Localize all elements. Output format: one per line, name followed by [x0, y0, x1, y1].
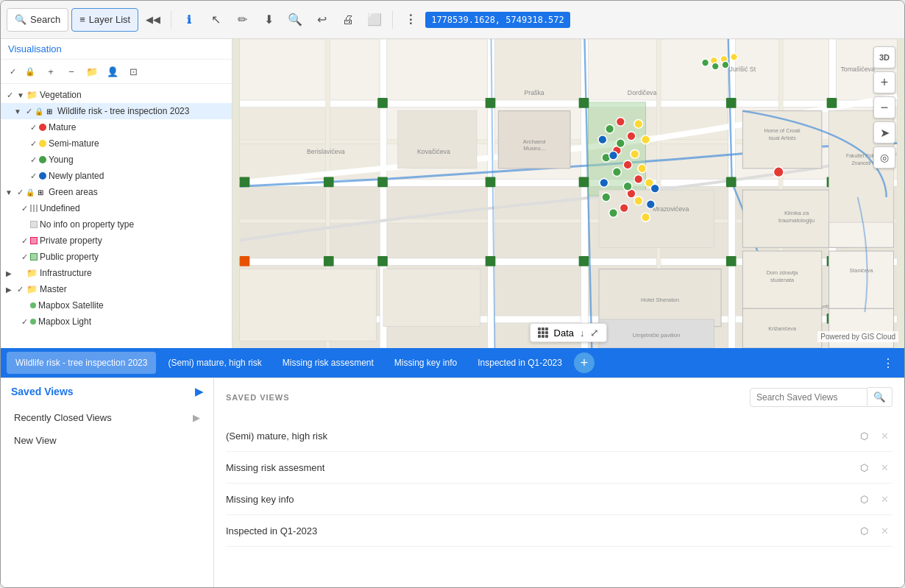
saved-views-title[interactable]: Saved Views ▶ — [11, 386, 203, 397]
svg-point-99 — [620, 204, 628, 213]
tab-inspected[interactable]: Inspected in Q1-2023 — [469, 352, 571, 374]
left-panel: Visualisation ✓ 🔒 + − 📁 👤 ⊡ ✓ ▼ 📁 Vegeta… — [1, 39, 233, 348]
new-view-item[interactable]: New View — [11, 429, 203, 452]
layer-item-newly-planted[interactable]: ✓ Newly planted — [1, 168, 232, 184]
grid-view-icon[interactable] — [538, 327, 548, 338]
saved-views-search-input[interactable] — [750, 388, 867, 407]
layer-item-vegetation[interactable]: ✓ ▼ 📁 Vegetation — [1, 87, 232, 103]
zoom-area-button[interactable]: 🔍 — [283, 8, 307, 32]
label-private: Private property — [38, 235, 227, 246]
users-btn[interactable]: 👤 — [104, 63, 121, 80]
layer-item-semi-mature[interactable]: ✓ Semi-mature — [1, 135, 232, 152]
saved-view-label-inspected: Inspected in Q1-2023 — [226, 525, 856, 536]
tab-semi-mature[interactable]: (Semi) mature, high risk — [159, 352, 270, 374]
delete-view-missing-risk-btn[interactable]: ✕ — [876, 459, 892, 475]
layer-item-infrastructure[interactable]: ▶ ✓ 📁 Infrastructure — [1, 265, 232, 281]
locate-me-button[interactable]: ◎ — [873, 146, 895, 169]
expand-map-icon[interactable]: ⤢ — [590, 327, 599, 339]
layer-item-green-areas[interactable]: ▼ ✓ 🔒 ⊞ Green areas — [1, 184, 232, 200]
saved-views-search-button[interactable]: 🔍 — [867, 387, 892, 407]
check-mapbox-light[interactable]: ✓ — [18, 316, 30, 327]
zoom-out-button[interactable]: − — [873, 96, 895, 118]
check-green-areas[interactable]: ✓ — [14, 186, 26, 198]
delete-view-inspected-btn[interactable]: ✕ — [876, 523, 892, 539]
open-view-missing-risk-btn[interactable]: ⬡ — [856, 459, 872, 475]
open-view-missing-key-btn[interactable]: ⬡ — [856, 491, 872, 507]
expand-wildlife[interactable]: ▼ — [13, 106, 23, 116]
tab-wildlife[interactable]: Wildlife risk - tree inspection 2023 — [7, 352, 156, 374]
layer-item-mapbox-satellite[interactable]: ✓ Mapbox Satellite — [1, 297, 232, 314]
separator-2 — [392, 11, 393, 29]
saved-view-actions-missing-risk: ⬡ ✕ — [856, 459, 892, 475]
tab-missing-key[interactable]: Missing key info — [386, 352, 466, 374]
check-private[interactable]: ✓ — [18, 235, 30, 247]
check-young[interactable]: ✓ — [27, 154, 39, 166]
check-mature[interactable]: ✓ — [27, 121, 39, 133]
more-tools-button[interactable]: ⋮ — [399, 8, 422, 32]
layer-item-mature[interactable]: ✓ Mature — [1, 119, 232, 135]
map-container[interactable]: Praška Dordičeva Jurišić St Tomašićeva B… — [233, 39, 904, 348]
remove-layer-btn[interactable]: − — [63, 63, 80, 80]
svg-rect-39 — [827, 98, 837, 108]
layer-item-master[interactable]: ▶ ✓ 📁 Master — [1, 281, 232, 297]
layer-item-no-info[interactable]: ✓ No info on property type — [1, 216, 232, 233]
open-view-inspected-btn[interactable]: ⬡ — [856, 523, 872, 539]
saved-view-row-missing-key[interactable]: Missing key info ⬡ ✕ — [226, 483, 892, 515]
expand-infrastructure[interactable]: ▶ — [4, 268, 14, 278]
info-button[interactable]: ℹ — [177, 8, 201, 32]
search-button[interactable]: 🔍 Search — [7, 8, 68, 32]
check-master[interactable]: ✓ — [14, 283, 26, 295]
folder-btn[interactable]: 📁 — [83, 63, 101, 80]
collapse-panel-button[interactable]: ◀◀ — [141, 8, 165, 32]
saved-view-row-inspected[interactable]: Inspected in Q1-2023 ⬡ ✕ — [226, 515, 892, 547]
saved-view-label-semi-mature: (Semi) mature, high risk — [226, 431, 856, 442]
check-wildlife[interactable]: ✓ — [23, 105, 35, 117]
panel-check-all[interactable]: ✓ — [7, 65, 18, 77]
select-tool-button[interactable]: ↖ — [204, 8, 227, 32]
check-infrastructure[interactable]: ✓ — [14, 267, 26, 279]
check-no-info[interactable]: ✓ — [18, 219, 30, 230]
svg-text:traumatologiju: traumatologiju — [778, 217, 814, 224]
svg-point-96 — [623, 160, 632, 169]
tab-missing-risk[interactable]: Missing risk assesment — [274, 352, 383, 374]
delete-view-missing-key-btn[interactable]: ✕ — [876, 491, 892, 507]
layer-list-button[interactable]: ≡ Layer List — [71, 8, 138, 32]
check-mapbox-satellite[interactable]: ✓ — [18, 300, 30, 311]
pen-tool-button[interactable]: ✏ — [230, 8, 254, 32]
expand-green-areas[interactable]: ▼ — [4, 187, 14, 197]
expand-master[interactable]: ▶ — [4, 284, 14, 294]
check-public[interactable]: ✓ — [18, 251, 30, 263]
layer-item-mapbox-light[interactable]: ✓ Mapbox Light — [1, 314, 232, 330]
layer-item-undefined[interactable]: ✓ Undefined — [1, 200, 232, 216]
open-view-semi-mature-btn[interactable]: ⬡ — [856, 428, 872, 444]
layer-item-wildlife[interactable]: ▼ ✓ 🔒 ⊞ Wildlife risk - tree inspection … — [1, 103, 232, 119]
map-3d-button[interactable]: 3D — [873, 46, 895, 68]
check-vegetation[interactable]: ✓ — [4, 89, 15, 101]
zoom-in-button[interactable]: + — [873, 71, 895, 93]
saved-views-title-label: Saved Views — [11, 386, 74, 397]
share-button[interactable]: ⬜ — [363, 8, 386, 32]
fit-btn[interactable]: ⊡ — [124, 63, 142, 80]
print-button[interactable]: 🖨 — [336, 8, 360, 32]
label-semi-mature: Semi-mature — [46, 138, 227, 149]
check-undefined[interactable]: ✓ — [18, 202, 30, 214]
tab-missing-risk-label: Missing risk assesment — [283, 358, 374, 368]
more-tabs-button[interactable]: ⋮ — [878, 353, 898, 373]
expand-vegetation[interactable]: ▼ — [15, 90, 26, 100]
svg-text:Umjetnički pavilion: Umjetnički pavilion — [633, 332, 681, 339]
lock-icon: 🔒 — [21, 63, 39, 80]
download-tool-button[interactable]: ⬇ — [257, 8, 280, 32]
check-semi-mature[interactable]: ✓ — [27, 138, 39, 149]
saved-view-row-semi-mature[interactable]: (Semi) mature, high risk ⬡ ✕ — [226, 420, 892, 452]
saved-view-row-missing-risk[interactable]: Missing risk assesment ⬡ ✕ — [226, 452, 892, 483]
layer-item-public[interactable]: ✓ Public property — [1, 249, 232, 265]
rotate-compass-button[interactable]: ➤ — [873, 121, 895, 144]
add-tab-button[interactable]: + — [574, 353, 595, 373]
check-newly-planted[interactable]: ✓ — [27, 170, 39, 182]
layer-item-young[interactable]: ✓ Young — [1, 152, 232, 168]
layer-item-private[interactable]: ✓ Private property — [1, 233, 232, 249]
delete-view-semi-mature-btn[interactable]: ✕ — [876, 428, 892, 444]
add-layer-btn[interactable]: + — [42, 63, 60, 80]
rotate-button[interactable]: ↩ — [310, 8, 333, 32]
recently-closed-views-item[interactable]: Recently Closed Views ▶ — [11, 406, 203, 429]
